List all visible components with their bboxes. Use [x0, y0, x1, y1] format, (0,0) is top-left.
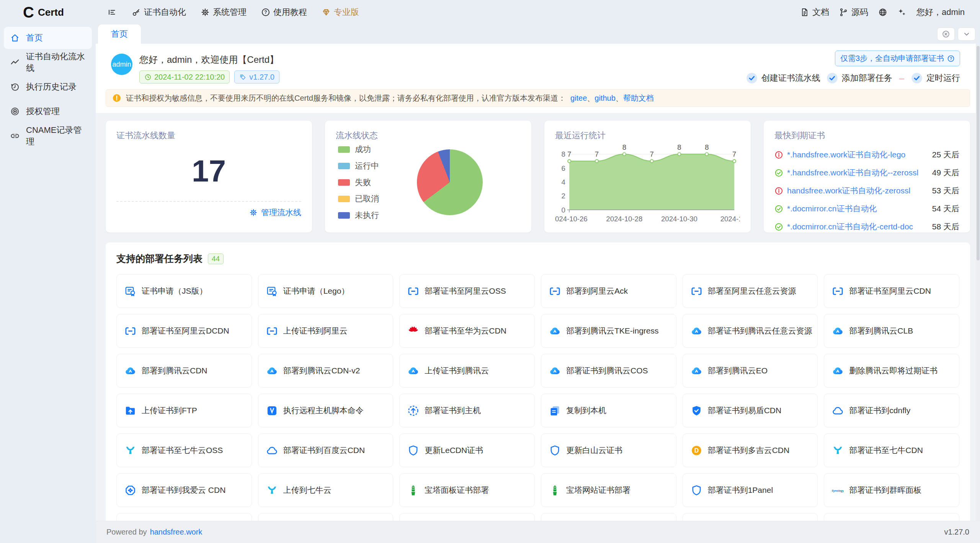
task-card[interactable]: 部署到腾讯云CDN-v2	[258, 354, 394, 388]
card-title: 证书流水线数量	[116, 130, 301, 141]
nav-item[interactable]: 专业版	[317, 3, 364, 21]
task-card[interactable]: 更新LeCDN证书	[399, 433, 535, 467]
quick-step[interactable]: 创建证书流水线	[746, 72, 820, 84]
sidebar-item[interactable]: CNAME记录管理	[4, 125, 92, 147]
task-card[interactable]: 部署到阿里云Ack	[541, 274, 676, 308]
manage-pipelines-link[interactable]: 管理流水线	[116, 201, 301, 223]
handsfree-link[interactable]: handsfree.work	[150, 528, 203, 536]
cloud-icon	[832, 405, 844, 417]
task-card[interactable]: 部署证书到主机	[399, 394, 535, 427]
globe-button[interactable]	[878, 8, 887, 17]
certificate-link[interactable]: *.handsfree.work证书自动化-lego	[787, 149, 905, 160]
card-title: 最快到期证书	[774, 130, 959, 141]
task-card[interactable]: 部署证书至阿里云CDN	[824, 274, 959, 308]
task-card-partial[interactable]	[258, 513, 394, 521]
task-card-partial[interactable]	[116, 513, 252, 521]
tab-home[interactable]: 首页	[98, 25, 141, 44]
nav-item[interactable]: 证书自动化	[127, 3, 191, 21]
task-card[interactable]: 部署证书至七牛CDN	[824, 433, 959, 467]
task-card[interactable]: 上传证书到腾讯云	[399, 354, 535, 388]
user-menu[interactable]: 您好，admin	[916, 7, 965, 18]
nav-link[interactable]: 源码	[839, 7, 868, 18]
task-card-partial[interactable]	[399, 513, 535, 521]
task-label: 上传证书到FTP	[142, 405, 197, 416]
task-card[interactable]: 部署证书到1Panel	[683, 473, 818, 507]
task-card[interactable]: 部署到腾讯云EO	[683, 354, 818, 388]
certificate-link[interactable]: *.docmirror.cn证书自动化-certd-doc	[787, 221, 913, 232]
sidebar-item[interactable]: 授权管理	[4, 100, 92, 123]
version-badge[interactable]: v1.27.0	[234, 70, 279, 83]
task-card[interactable]: 部署到腾讯云CLB	[824, 314, 959, 348]
svg-text:2024-10-26: 2024-10-26	[555, 215, 588, 223]
task-card[interactable]: 上传证书到FTP	[116, 394, 252, 427]
sidebar-item[interactable]: 首页	[4, 27, 92, 49]
task-card[interactable]: 上传到七牛云	[258, 473, 394, 507]
tabs-close-button[interactable]	[937, 28, 955, 41]
task-card[interactable]: 部署到腾讯云TKE-ingress	[541, 314, 676, 348]
sidebar-collapse-button[interactable]	[107, 8, 116, 17]
task-card[interactable]: 部署证书至阿里云DCDN	[116, 314, 252, 348]
notice-link[interactable]: 帮助文档	[623, 94, 654, 102]
baota-icon	[549, 484, 561, 496]
task-card-partial[interactable]	[824, 513, 959, 521]
task-label: 更新LeCDN证书	[425, 445, 483, 456]
tabs-more-button[interactable]	[958, 28, 975, 41]
status-pie-chart[interactable]	[417, 149, 483, 215]
brand[interactable]: C Certd	[0, 5, 96, 20]
notice-link[interactable]: gitee	[570, 94, 587, 102]
quick-steps-badge[interactable]: 仅需3步，全自动申请部署证书	[835, 51, 960, 66]
task-card[interactable]: 宝塔网站证书部署	[541, 473, 676, 507]
legend-item[interactable]: 已取消	[338, 193, 379, 204]
task-card[interactable]: 证书申请（Lego）	[258, 274, 394, 308]
nav-item[interactable]: 系统管理	[196, 3, 251, 21]
task-card-partial[interactable]	[683, 513, 818, 521]
legend-item[interactable]: 成功	[338, 144, 379, 155]
task-card[interactable]: 删除腾讯云即将过期证书	[824, 354, 959, 388]
task-card[interactable]: 部署证书至阿里云OSS	[399, 274, 535, 308]
task-card[interactable]: 执行远程主机脚本命令	[258, 394, 394, 427]
task-card[interactable]: 证书申请（JS版）	[116, 274, 252, 308]
legend-item[interactable]: 未执行	[338, 210, 379, 221]
task-label: 部署到腾讯云TKE-ingress	[566, 325, 659, 336]
task-card[interactable]: 部署证书至七牛云OSS	[116, 433, 252, 467]
task-card[interactable]: 宝塔面板证书部署	[399, 473, 535, 507]
task-card[interactable]: 部署至阿里云任意云资源	[683, 274, 818, 308]
task-card[interactable]: 部署证书至华为云CDN	[399, 314, 535, 348]
vertical-scrollbar[interactable]	[976, 44, 980, 521]
avatar[interactable]: admin	[111, 54, 132, 75]
legend-item[interactable]: 失败	[338, 177, 379, 188]
sparkles-button[interactable]	[897, 8, 906, 17]
certificate-link[interactable]: *.handsfree.work证书自动化--zerossl	[787, 167, 918, 178]
task-card[interactable]: 部署证书到群晖面板	[824, 473, 959, 507]
legend-item[interactable]: 运行中	[338, 160, 379, 171]
task-card[interactable]: 更新白山云证书	[541, 433, 676, 467]
pie-legend: 成功运行中失败已取消未执行	[338, 144, 379, 221]
task-card[interactable]: 部署证书到cdnfly	[824, 394, 959, 427]
notice-link[interactable]: github	[595, 94, 616, 102]
nav-item[interactable]: 使用教程	[256, 3, 312, 21]
task-card[interactable]: 部署证书到腾讯云任意云资源	[683, 314, 818, 348]
certificate-link[interactable]: *.docmirror.cn证书自动化	[787, 203, 877, 214]
sidebar-item[interactable]: 执行历史记录	[4, 76, 92, 98]
task-card[interactable]: 上传证书到阿里云	[258, 314, 394, 348]
task-card[interactable]: 部署证书到我爱云 CDN	[116, 473, 252, 507]
task-card[interactable]: 部署证书到易盾CDN	[683, 394, 818, 427]
task-card[interactable]: 部署证书到百度云CDN	[258, 433, 394, 467]
nav-link[interactable]: 文档	[800, 7, 829, 18]
footer: Powered by handsfree.work v1.27.0	[96, 521, 980, 543]
scrollbar-thumb[interactable]	[977, 46, 980, 260]
sidebar-item[interactable]: 证书自动化流水线	[4, 51, 92, 74]
certificate-link[interactable]: handsfree.work证书自动化-zerossl	[787, 185, 910, 196]
qiniu-icon	[832, 445, 844, 456]
quick-step[interactable]: 定时运行	[911, 72, 960, 84]
task-label: 执行远程主机脚本命令	[283, 405, 364, 416]
task-card-partial[interactable]	[541, 513, 676, 521]
recent-runs-area-chart[interactable]: 02468 77878872024-10-262024-10-282024-10…	[555, 138, 740, 228]
cert-icon	[124, 285, 136, 297]
task-card[interactable]: 部署证书到多吉云CDN	[683, 433, 818, 467]
task-card[interactable]: 部署到腾讯云CDN	[116, 354, 252, 388]
task-card[interactable]: 复制到本机	[541, 394, 676, 427]
task-card[interactable]: 部署证书到腾讯云COS	[541, 354, 676, 388]
pipeline-count-card: 证书流水线数量 17 管理流水线	[106, 121, 312, 232]
quick-step[interactable]: 添加部署任务	[826, 72, 892, 84]
